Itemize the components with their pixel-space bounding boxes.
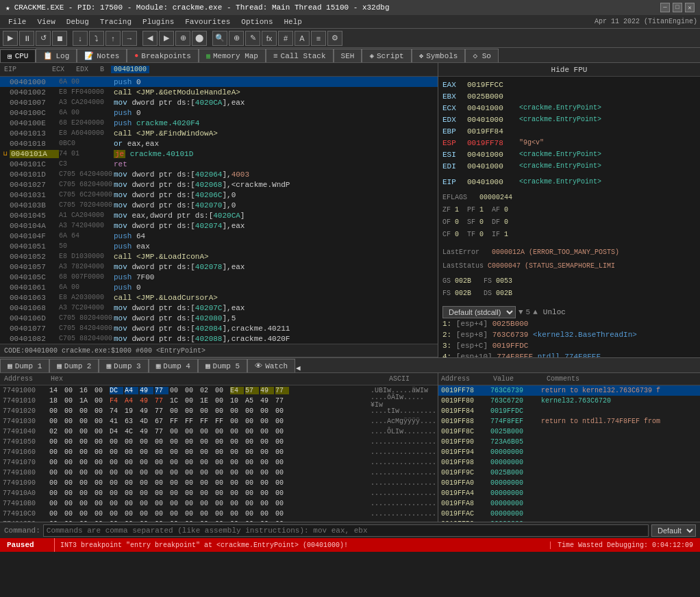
hex-row-4[interactable]: 77491030 0000000041634D67FFFFFFFF0000000…	[0, 416, 438, 427]
stack-right-item-7[interactable]: 0019FF94 00000000	[438, 447, 700, 457]
dump-scroll-left[interactable]: ◀	[295, 364, 301, 372]
stack-right-item-12[interactable]: 0019FFA8 00000000	[438, 498, 700, 509]
stack-right-item-2[interactable]: 0019FF80 763C6720 kernel32.763C6720	[438, 396, 700, 406]
tab-seb[interactable]: SEH	[334, 49, 362, 62]
disasm-row-15[interactable]: 0040104A A3 74204000 mov dword ptr ds:[4…	[0, 220, 438, 231]
disasm-row-20[interactable]: 0040105C 68 007F0000 push 7F00	[0, 272, 438, 282]
stack-right-item-6[interactable]: 0019FF90 723A6B05	[438, 437, 700, 447]
tb-font[interactable]: A	[295, 31, 310, 46]
disasm-row-12[interactable]: 00401031 C705 6C204000 mov dword ptr ds:…	[0, 190, 438, 200]
disasm-row-11[interactable]: 00401027 C705 68204000 mov dword ptr ds:…	[0, 179, 438, 190]
tab-notes[interactable]: 📝 Notes	[77, 49, 127, 62]
tab-cpu[interactable]: ⊞ CPU	[0, 49, 36, 63]
tab-log[interactable]: 📋 Log	[36, 49, 77, 62]
tab-callstack[interactable]: ≡ Call Stack	[266, 49, 334, 62]
stack-right-item-11[interactable]: 0019FFA4 00000000	[438, 488, 700, 498]
hex-row-11[interactable]: 774910A0 0000000000000000000000000000000…	[0, 488, 438, 498]
tab-symbols[interactable]: ❖ Symbols	[412, 49, 466, 62]
tb-log2[interactable]: ≡	[311, 31, 326, 46]
tb-search[interactable]: 🔍	[212, 31, 227, 46]
dump-tab-watch[interactable]: 👁 Watch	[247, 359, 295, 372]
menu-options[interactable]: Options	[236, 16, 278, 27]
dump-tab-4[interactable]: ▦ Dump 4	[149, 359, 198, 372]
hex-row-2[interactable]: 77491010 18001A00F4A449771C001E0010A5497…	[0, 396, 438, 406]
hex-row-13[interactable]: 774910C0 0000000000000000000000000000000…	[0, 509, 438, 519]
stack-right-item-1[interactable]: 0019FF78 763C6739 return to kernel32.763…	[438, 385, 700, 396]
tab-script[interactable]: ◈ Script	[362, 49, 411, 62]
tb-stop[interactable]: ⏹	[52, 31, 67, 46]
stack-right-item-14[interactable]: 0019FFB0 00000000	[438, 519, 700, 522]
tb-restart[interactable]: ↺	[36, 31, 51, 46]
stack-right-item-4[interactable]: 0019FF88 774F8FEF return to ntdll.774F8F…	[438, 416, 700, 427]
disasm-row-18[interactable]: 00401052 E8 D1030000 call <JMP.&LoadIcon…	[0, 251, 438, 262]
disasm-row-2[interactable]: 00401002 E8 FF040000 call <JMP.&GetModul…	[0, 87, 438, 97]
stack-right-panel[interactable]: Address Value Comments 0019FF78 763C6739…	[438, 373, 700, 522]
menu-favourites[interactable]: Favourites	[179, 16, 236, 27]
disasm-row-26[interactable]: 00401082 C705 88204000 mov dword ptr ds:…	[0, 333, 438, 344]
hex-row-8[interactable]: 77491070 0000000000000000000000000000000…	[0, 457, 438, 468]
tb-ref[interactable]: ⊕	[229, 31, 244, 46]
stack-right-item-3[interactable]: 0019FF84 0019FFDC	[438, 406, 700, 416]
tb-asm[interactable]: fx	[262, 31, 277, 46]
close-button[interactable]: ✕	[685, 3, 695, 12]
hex-row-9[interactable]: 77491080 0000000000000000000000000000000…	[0, 468, 438, 478]
tb-step-into[interactable]: ↓	[73, 31, 88, 46]
disasm-row-16[interactable]: 0040104F 6A 64 push 64	[0, 231, 438, 241]
tb-step-over[interactable]: ⤵	[89, 31, 104, 46]
dump-tab-1[interactable]: ▦ Dump 1	[0, 359, 49, 372]
dump-tab-2[interactable]: ▦ Dump 2	[49, 359, 99, 372]
tb-back[interactable]: ◀	[142, 31, 158, 46]
dump-tab-5[interactable]: ▦ Dump 5	[198, 359, 247, 372]
disasm-row-8[interactable]: ⊔ 0040101A 74 01 je crackme.40101D	[0, 149, 438, 159]
dump-tab-3[interactable]: ▦ Dump 3	[99, 359, 148, 372]
tab-so[interactable]: ◇ So	[465, 49, 498, 62]
tb-run-to[interactable]: →	[122, 31, 137, 46]
disasm-row-17[interactable]: 00401051 50 push eax	[0, 241, 438, 251]
hex-row-14[interactable]: 774910D0 0000000000000000000000000000000…	[0, 519, 438, 522]
disasm-body[interactable]: 00401000 6A 00 push 0 00401002 E8 FF0400…	[0, 77, 438, 344]
hex-row-6[interactable]: 77491050 0000000000000000000000000000000…	[0, 437, 438, 447]
tab-memory[interactable]: ▦ Memory Map	[199, 49, 266, 62]
menu-help[interactable]: Help	[279, 16, 308, 27]
call-conv-select[interactable]: Default (stdcall)	[442, 306, 516, 318]
disasm-row-1[interactable]: 00401000 6A 00 push 0	[0, 77, 438, 87]
disasm-row-21[interactable]: 00401061 6A 00 push 0	[0, 282, 438, 292]
minimize-button[interactable]: —	[660, 3, 670, 12]
tb-goto[interactable]: ⊕	[175, 31, 190, 46]
disasm-row-23[interactable]: 00401068 A3 7C204000 mov dword ptr ds:[4…	[0, 303, 438, 313]
disasm-row-9[interactable]: 0040101C C3 ret	[0, 159, 438, 169]
disasm-row-5[interactable]: 0040100E 68 E2040000 push crackme.4020F4	[0, 118, 438, 128]
hex-body[interactable]: 77491000 14001600DCA4497700000200E457497…	[0, 385, 438, 522]
tb-run[interactable]: ▶	[3, 31, 18, 46]
tb-extra[interactable]: ⚙	[327, 31, 342, 46]
disasm-row-10[interactable]: 0040101D C705 64204000 mov dword ptr ds:…	[0, 169, 438, 179]
hide-fpu-button[interactable]: Hide FPU	[438, 63, 700, 77]
maximize-button[interactable]: □	[673, 3, 682, 12]
tb-patch[interactable]: ✎	[245, 31, 260, 46]
hex-row-10[interactable]: 77491090 0000000000000000000000000000000…	[0, 478, 438, 488]
tb-bp[interactable]: ⬤	[192, 31, 207, 46]
tb-hash[interactable]: #	[278, 31, 293, 46]
hex-row-5[interactable]: 77491040 02000000D44C4977000000000000000…	[0, 427, 438, 437]
hex-row-12[interactable]: 774910B0 0000000000000000000000000000000…	[0, 498, 438, 509]
stack-right-item-8[interactable]: 0019FF98 00000000	[438, 457, 700, 468]
stack-right-item-5[interactable]: 0019FF8C 0025B000	[438, 427, 700, 437]
menu-debug[interactable]: Debug	[61, 16, 95, 27]
disasm-row-14[interactable]: 00401045 A1 CA204000 mov eax,dword ptr d…	[0, 210, 438, 220]
disasm-row-22[interactable]: 00401063 E8 A2030000 call <JMP.&LoadCurs…	[0, 292, 438, 303]
menu-plugins[interactable]: Plugins	[137, 16, 179, 27]
disasm-row-7[interactable]: 00401018 0BC0 or eax,eax	[0, 138, 438, 149]
disasm-row-4[interactable]: 0040100C 6A 00 push 0	[0, 107, 438, 118]
unlock-label[interactable]: Unloc	[543, 307, 566, 318]
stack-right-item-13[interactable]: 0019FFAC 00000000	[438, 509, 700, 519]
stack-right-item-10[interactable]: 0019FFA0 00000000	[438, 478, 700, 488]
disasm-row-25[interactable]: 00401077 C705 84204000 mov dword ptr ds:…	[0, 323, 438, 333]
tab-breakpoints[interactable]: ● Breakpoints	[127, 49, 199, 62]
disasm-row-6[interactable]: 00401013 E8 A6040000 call <JMP.&FindWind…	[0, 128, 438, 138]
stack-right-item-9[interactable]: 0019FF9C 0025B000	[438, 468, 700, 478]
disasm-row-19[interactable]: 00401057 A3 78204000 mov dword ptr ds:[4…	[0, 262, 438, 272]
disasm-row-13[interactable]: 0040103B C705 70204000 mov dword ptr ds:…	[0, 200, 438, 210]
menu-view[interactable]: View	[32, 16, 60, 27]
menu-tracing[interactable]: Tracing	[95, 16, 137, 27]
hex-row-7[interactable]: 77491060 0000000000000000000000000000000…	[0, 447, 438, 457]
